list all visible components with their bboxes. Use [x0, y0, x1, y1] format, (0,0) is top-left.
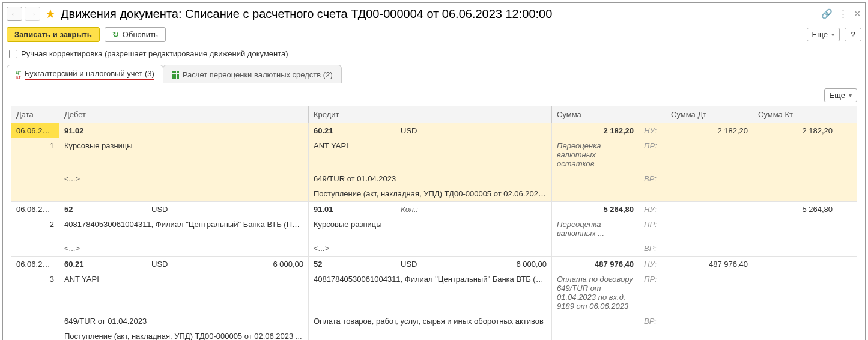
credit-currency: USD — [401, 126, 479, 135]
link-icon[interactable]: 🔗 — [821, 8, 833, 19]
debit-account: 60.21 — [64, 260, 151, 269]
manual-edit-checkbox[interactable] — [9, 50, 17, 58]
postings-table: Дата Дебет Кредит Сумма Сумма Дт Сумма К… — [11, 106, 857, 340]
cell-index: 1 — [11, 138, 59, 171]
tag-nu: НУ: — [639, 123, 666, 138]
cell-date: 06.06.2023 — [11, 202, 59, 217]
cell-note: Оплата по договору 649/TUR от 01.04.2023… — [552, 272, 639, 314]
debit-detail: ANT YAPI — [59, 272, 309, 314]
tag-nu: НУ: — [639, 202, 666, 217]
cell-note: Переоценка валютных ... — [552, 217, 639, 241]
table-row[interactable]: 06.06.2023 52USD 91.01Кол.: 5 264,80 НУ:… — [11, 202, 857, 257]
credit-account: 52 — [314, 260, 401, 269]
credit-account: 60.21 — [314, 126, 401, 135]
col-credit[interactable]: Кредит — [309, 106, 552, 123]
panel-more-label: Еще — [830, 91, 845, 100]
credit-detail: Поступление (акт, накладная, УПД) ТД00-0… — [309, 186, 552, 201]
tag-vr: ВР: — [639, 171, 666, 186]
help-label: ? — [851, 30, 855, 39]
debit-account: 91.02 — [64, 126, 151, 135]
tag-vr: ВР: — [639, 241, 666, 256]
debit-detail: 40817840530061004311, Филиал "Центральны… — [59, 217, 309, 241]
table-row[interactable]: 06.06.2023 91.02 60.21USD 2 182,20 НУ: 2… — [11, 123, 857, 202]
credit-detail: 649/TUR от 01.04.2023 — [309, 171, 552, 186]
nav-forward-button[interactable]: → — [25, 7, 40, 21]
cell-index: 3 — [11, 272, 59, 314]
cell-sum-dt: 2 182,20 — [666, 123, 753, 138]
credit-detail: <...> — [309, 241, 552, 256]
tag-pr: ПР: — [639, 217, 666, 241]
tag-nu: НУ: — [639, 257, 666, 272]
debit-detail: Поступление (акт, накладная, УПД) ТД00-0… — [59, 329, 309, 340]
credit-amount — [479, 205, 547, 214]
col-sum-dt[interactable]: Сумма Дт — [666, 106, 753, 123]
tab-revaluation[interactable]: Расчет переоценки валютных средств (2) — [163, 65, 342, 83]
tab-revaluation-label: Расчет переоценки валютных средств (2) — [183, 70, 333, 79]
manual-edit-label: Ручная корректировка (разрешает редактир… — [21, 49, 288, 58]
more-button[interactable]: Еще — [807, 28, 840, 41]
favorite-star-icon[interactable]: ★ — [45, 7, 56, 21]
cell-sum: 5 264,80 — [552, 202, 639, 217]
cell-date: 06.06.2023 — [11, 123, 59, 138]
credit-account: 91.01 — [314, 205, 401, 214]
debit-currency — [151, 126, 229, 135]
credit-currency: USD — [401, 260, 479, 269]
col-sum-kt[interactable]: Сумма Кт — [753, 106, 837, 123]
credit-amount: 6 000,00 — [479, 260, 547, 269]
tag-vr: ВР: — [639, 314, 666, 329]
debit-detail: 649/TUR от 01.04.2023 — [59, 314, 309, 329]
credit-amount — [479, 126, 547, 135]
col-date[interactable]: Дата — [11, 106, 59, 123]
debit-detail: Курсовые разницы — [59, 138, 309, 171]
panel-more-button[interactable]: Еще — [824, 88, 857, 102]
nav-back-button[interactable]: ← — [7, 7, 22, 21]
page-title: Движения документа: Списание с расчетног… — [61, 7, 815, 21]
cell-sum-dt — [666, 202, 753, 217]
col-debit[interactable]: Дебет — [59, 106, 309, 123]
help-button[interactable]: ? — [845, 28, 861, 41]
tab-accounting-label: Бухгалтерский и налоговый учет (3) — [25, 69, 154, 80]
debit-currency: USD — [151, 260, 229, 269]
credit-detail: Курсовые разницы — [309, 217, 552, 241]
window-menu-icon[interactable] — [839, 8, 848, 19]
more-label: Еще — [812, 30, 828, 39]
credit-qty-label: Кол.: — [401, 205, 479, 214]
save-and-close-label: Записать и закрыть — [14, 30, 92, 39]
cell-sum-kt: 5 264,80 — [753, 202, 837, 217]
cell-sum: 2 182,20 — [552, 123, 639, 138]
cell-note: Переоценка валютных остатков — [552, 138, 639, 171]
tab-accounting[interactable]: ДтКт Бухгалтерский и налоговый учет (3) — [7, 65, 163, 83]
close-icon[interactable]: ✕ — [854, 8, 861, 19]
cell-sum-dt: 487 976,40 — [666, 257, 753, 272]
credit-detail: ANT YAPI — [309, 138, 552, 171]
save-and-close-button[interactable]: Записать и закрыть — [7, 27, 100, 42]
refresh-label: Обновить — [123, 30, 158, 39]
cell-sum-kt: 2 182,20 — [753, 123, 837, 138]
col-tag — [639, 106, 666, 123]
refresh-icon: ↻ — [112, 30, 119, 39]
cell-sum: 487 976,40 — [552, 257, 639, 272]
col-sum[interactable]: Сумма — [552, 106, 639, 123]
credit-detail: 40817840530061004311, Филиал "Центральны… — [309, 272, 552, 314]
debit-amount — [229, 205, 303, 214]
debit-amount: 6 000,00 — [229, 260, 303, 269]
dtkt-icon: ДтКт — [16, 70, 21, 80]
debit-detail: <...> — [59, 171, 309, 186]
debit-account: 52 — [64, 205, 151, 214]
table-row[interactable]: 06.06.2023 60.21USD6 000,00 52USD6 000,0… — [11, 257, 857, 340]
debit-detail: <...> — [59, 241, 309, 256]
grid-icon — [172, 71, 179, 79]
cell-date: 06.06.2023 — [11, 257, 59, 272]
cell-index: 2 — [11, 217, 59, 241]
refresh-button[interactable]: ↻ Обновить — [105, 27, 166, 42]
cell-sum-kt — [753, 257, 837, 272]
debit-currency: USD — [151, 205, 229, 214]
debit-amount — [229, 126, 303, 135]
credit-detail: Оплата товаров, работ, услуг, сырья и ин… — [309, 314, 552, 329]
tag-pr: ПР: — [639, 138, 666, 171]
tag-pr: ПР: — [639, 272, 666, 314]
